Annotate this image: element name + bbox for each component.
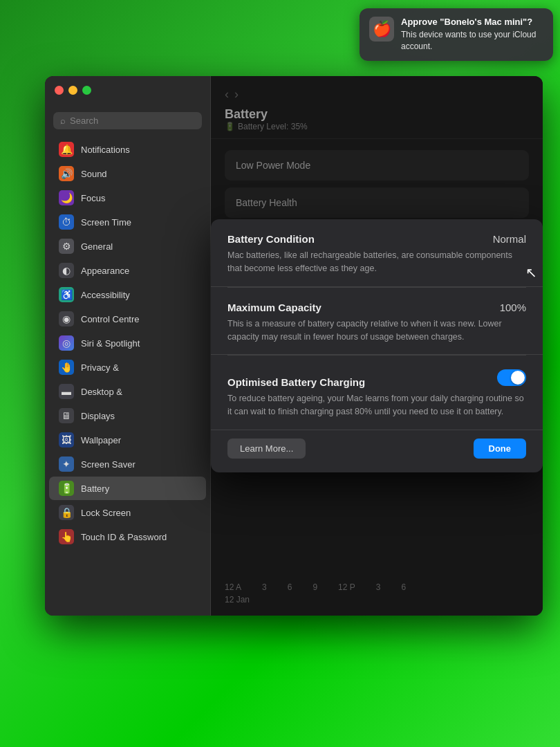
desktop-icon: ▬	[59, 384, 74, 399]
sidebar-label-focus: Focus	[81, 193, 105, 203]
sidebar-item-wallpaper[interactable]: 🖼 Wallpaper	[49, 428, 206, 452]
sidebar-label-accessibility: Accessibility	[81, 290, 130, 300]
sidebar-label-control-center: Control Centre	[81, 314, 140, 324]
sidebar-label-general: General	[81, 241, 113, 252]
battery-condition-desc: Mac batteries, like all rechargeable bat…	[227, 249, 526, 275]
touch-id-icon: 👆	[59, 529, 74, 544]
sidebar-item-privacy[interactable]: 🤚 Privacy &	[49, 356, 206, 379]
search-placeholder: Search	[70, 116, 98, 126]
close-button[interactable]	[55, 86, 64, 95]
sidebar-item-touch-id[interactable]: 👆 Touch ID & Password	[49, 525, 206, 548]
sidebar-label-privacy: Privacy &	[81, 362, 119, 373]
sidebar-item-appearance[interactable]: ◐ Appearance	[49, 259, 206, 282]
notification-banner[interactable]: 🍎 Approve "Bonelo's Mac mini"? This devi…	[360, 8, 553, 61]
screen-time-icon: ⏱	[59, 214, 74, 230]
sidebar-label-screen-saver: Screen Saver	[81, 459, 136, 470]
siri-icon: ◎	[59, 335, 74, 351]
battery-health-dialog: Battery Condition Normal Mac batteries, …	[211, 219, 543, 472]
sidebar-item-focus[interactable]: 🌙 Focus	[49, 186, 206, 210]
general-icon: ⚙	[59, 239, 74, 254]
sound-icon: 🔊	[59, 166, 74, 181]
sidebar-label-displays: Displays	[81, 411, 115, 421]
sidebar-label-notifications: Notifications	[81, 145, 130, 155]
sidebar-label-sound: Sound	[81, 169, 107, 179]
sidebar-item-desktop[interactable]: ▬ Desktop &	[49, 380, 206, 403]
learn-more-button[interactable]: Learn More...	[227, 439, 306, 459]
search-icon: ⌕	[60, 116, 66, 126]
focus-icon: 🌙	[59, 190, 74, 205]
optimised-charging-section: Optimised Battery Charging To reduce bat…	[211, 356, 543, 430]
fullscreen-button[interactable]	[82, 86, 91, 95]
sidebar-item-battery[interactable]: 🔋 Battery	[49, 477, 206, 500]
wallpaper-icon: 🖼	[59, 432, 74, 448]
sidebar-item-notifications[interactable]: 🔔 Notifications	[49, 138, 206, 161]
sidebar-item-siri[interactable]: ◎ Siri & Spotlight	[49, 331, 206, 355]
sidebar-label-screen-time: Screen Time	[81, 217, 131, 228]
sidebar: ⌕ Search 🔔 Notifications 🔊 Sound 🌙 Focus…	[45, 76, 211, 616]
sidebar-item-general[interactable]: ⚙ General	[49, 234, 206, 258]
notification-content: Approve "Bonelo's Mac mini"? This device…	[401, 17, 543, 53]
max-capacity-value: 100%	[500, 302, 526, 313]
accessibility-icon: ♿	[59, 287, 74, 302]
sidebar-item-lock-screen[interactable]: 🔒 Lock Screen	[49, 501, 206, 524]
control-center-icon: ◉	[59, 311, 74, 326]
sidebar-item-displays[interactable]: 🖥 Displays	[49, 404, 206, 427]
sidebar-item-screen-saver[interactable]: ✦ Screen Saver	[49, 452, 206, 476]
sidebar-label-touch-id: Touch ID & Password	[81, 532, 167, 542]
sidebar-item-sound[interactable]: 🔊 Sound	[49, 162, 206, 185]
battery-condition-section: Battery Condition Normal Mac batteries, …	[211, 219, 543, 287]
sidebar-label-siri: Siri & Spotlight	[81, 338, 140, 349]
sidebar-label-wallpaper: Wallpaper	[81, 435, 121, 445]
main-window: ⌕ Search 🔔 Notifications 🔊 Sound 🌙 Focus…	[45, 76, 543, 616]
traffic-lights	[55, 86, 91, 95]
battery-icon: 🔋	[59, 481, 74, 496]
optimised-charging-label: Optimised Battery Charging	[227, 376, 365, 388]
maximum-capacity-section: Maximum Capacity 100% This is a measure …	[211, 288, 543, 356]
sidebar-label-desktop: Desktop &	[81, 387, 122, 397]
notification-title: Approve "Bonelo's Mac mini"?	[401, 17, 543, 27]
sidebar-item-screen-time[interactable]: ⏱ Screen Time	[49, 210, 206, 234]
sidebar-label-lock-screen: Lock Screen	[81, 508, 131, 518]
minimize-button[interactable]	[68, 86, 77, 95]
privacy-icon: 🤚	[59, 360, 74, 375]
optimised-charging-toggle[interactable]	[497, 369, 526, 386]
notification-body: This device wants to use your iCloud acc…	[401, 29, 543, 53]
displays-icon: 🖥	[59, 408, 74, 423]
max-capacity-desc: This is a measure of battery capacity re…	[227, 317, 526, 344]
max-capacity-label: Maximum Capacity	[227, 302, 321, 313]
done-button[interactable]: Done	[474, 439, 527, 459]
notifications-icon: 🔔	[59, 142, 74, 157]
sidebar-label-battery: Battery	[81, 483, 109, 494]
notification-apple-icon: 🍎	[369, 17, 394, 42]
appearance-icon: ◐	[59, 263, 74, 278]
search-bar[interactable]: ⌕ Search	[53, 112, 202, 129]
sidebar-label-appearance: Appearance	[81, 266, 129, 276]
dialog-buttons: Learn More... Done	[211, 430, 543, 459]
sidebar-item-accessibility[interactable]: ♿ Accessibility	[49, 283, 206, 306]
battery-condition-label: Battery Condition	[227, 233, 315, 245]
battery-condition-value: Normal	[493, 233, 526, 245]
screen-saver-icon: ✦	[59, 456, 74, 472]
main-content: ‹ › Battery 🔋 Battery Level: 35% Low Pow…	[211, 76, 543, 616]
optimised-charging-desc: To reduce battery ageing, your Mac learn…	[227, 392, 526, 418]
sidebar-item-control-center[interactable]: ◉ Control Centre	[49, 307, 206, 331]
lock-screen-icon: 🔒	[59, 505, 74, 520]
dialog-overlay: Battery Condition Normal Mac batteries, …	[211, 76, 543, 616]
